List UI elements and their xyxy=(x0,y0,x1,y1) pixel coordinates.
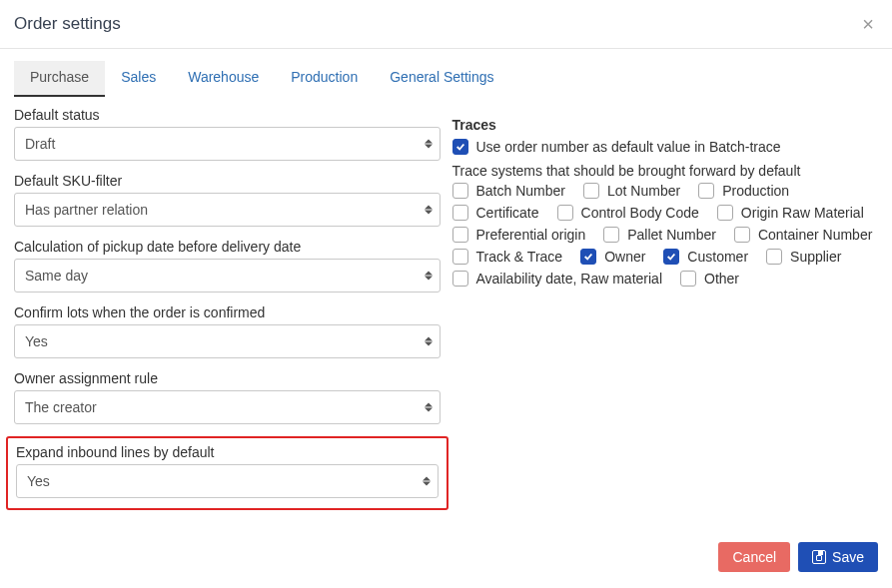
checkbox-label: Lot Number xyxy=(607,183,680,199)
tab-general-settings[interactable]: General Settings xyxy=(374,61,509,97)
checkbox-label: Control Body Code xyxy=(581,205,699,221)
checkbox-container-number[interactable]: Container Number xyxy=(734,227,872,243)
checkbox-label: Supplier xyxy=(790,249,841,265)
checkbox-supplier[interactable]: Supplier xyxy=(766,249,841,265)
field-default-status: Default statusDraft xyxy=(14,107,441,161)
field-label: Confirm lots when the order is confirmed xyxy=(14,304,441,320)
select-expand-inbound-lines-by-default[interactable]: Yes xyxy=(16,464,439,498)
checkbox-control-body-code[interactable]: Control Body Code xyxy=(557,205,699,221)
select-confirm-lots-when-the-order-is-confirmed[interactable]: Yes xyxy=(14,324,441,358)
save-button[interactable]: Save xyxy=(798,542,878,572)
order-settings-modal: Order settings × PurchaseSalesWarehouseP… xyxy=(0,0,892,588)
checkbox-other[interactable]: Other xyxy=(680,271,739,287)
checkbox-icon xyxy=(698,183,714,199)
checkbox-label: Origin Raw Material xyxy=(741,205,864,221)
checkbox-use-order-number-as-default-value-in-batch-trace[interactable]: Use order number as default value in Bat… xyxy=(452,139,879,155)
checkbox-icon xyxy=(583,183,599,199)
tab-warehouse[interactable]: Warehouse xyxy=(172,61,275,97)
checkbox-icon xyxy=(452,271,468,287)
select-value: Yes xyxy=(16,464,439,498)
checkbox-label: Customer xyxy=(687,249,748,265)
field-label: Calculation of pickup date before delive… xyxy=(14,239,441,255)
checkbox-icon xyxy=(452,205,468,221)
cancel-button[interactable]: Cancel xyxy=(718,542,790,572)
tabs-bar: PurchaseSalesWarehouseProductionGeneral … xyxy=(0,49,892,97)
select-value: Draft xyxy=(14,127,441,161)
select-owner-assignment-rule[interactable]: The creator xyxy=(14,390,441,424)
trace-systems: Batch NumberLot NumberProductionCertific… xyxy=(452,183,879,287)
modal-footer: Cancel Save xyxy=(0,530,892,588)
select-default-sku-filter[interactable]: Has partner relation xyxy=(14,193,441,227)
field-label: Owner assignment rule xyxy=(14,370,441,386)
checkbox-icon xyxy=(717,205,733,221)
checkbox-customer[interactable]: Customer xyxy=(663,249,748,265)
checkbox-preferential-origin[interactable]: Preferential origin xyxy=(452,227,586,243)
checkbox-production[interactable]: Production xyxy=(698,183,789,199)
right-column: Traces Use order number as default value… xyxy=(452,107,879,510)
checkbox-icon xyxy=(557,205,573,221)
field-owner-assignment-rule: Owner assignment ruleThe creator xyxy=(14,370,441,424)
checkbox-icon xyxy=(766,249,782,265)
checkbox-origin-raw-material[interactable]: Origin Raw Material xyxy=(717,205,864,221)
traces-heading: Traces xyxy=(452,117,879,133)
checkbox-availability-date-raw-material[interactable]: Availability date, Raw material xyxy=(452,271,663,287)
checkbox-lot-number[interactable]: Lot Number xyxy=(583,183,680,199)
checkbox-icon xyxy=(452,227,468,243)
field-confirm-lots-when-the-order-is-confirmed: Confirm lots when the order is confirmed… xyxy=(14,304,441,358)
checkbox-label: Container Number xyxy=(758,227,872,243)
field-default-sku-filter: Default SKU-filterHas partner relation xyxy=(14,173,441,227)
checkbox-pallet-number[interactable]: Pallet Number xyxy=(603,227,716,243)
checkbox-icon xyxy=(580,249,596,265)
save-icon xyxy=(812,550,826,564)
checkbox-label: Certificate xyxy=(476,205,539,221)
tab-sales[interactable]: Sales xyxy=(105,61,172,97)
checkbox-label: Track & Trace xyxy=(476,249,563,265)
save-label: Save xyxy=(832,549,864,565)
cancel-label: Cancel xyxy=(732,549,776,565)
checkbox-icon xyxy=(452,139,468,155)
modal-body: Default statusDraftDefault SKU-filterHas… xyxy=(0,97,892,530)
checkbox-track-trace[interactable]: Track & Trace xyxy=(452,249,563,265)
checkbox-certificate[interactable]: Certificate xyxy=(452,205,539,221)
checkbox-icon xyxy=(603,227,619,243)
checkbox-label: Use order number as default value in Bat… xyxy=(476,139,781,155)
modal-header: Order settings × xyxy=(0,0,892,49)
checkbox-owner[interactable]: Owner xyxy=(580,249,645,265)
checkbox-icon xyxy=(663,249,679,265)
modal-title: Order settings xyxy=(14,14,121,34)
select-calculation-of-pickup-date-before-delivery-date[interactable]: Same day xyxy=(14,259,441,293)
select-default-status[interactable]: Draft xyxy=(14,127,441,161)
checkbox-label: Owner xyxy=(604,249,645,265)
close-icon[interactable]: × xyxy=(856,14,880,34)
select-value: The creator xyxy=(14,390,441,424)
select-value: Same day xyxy=(14,259,441,293)
checkbox-label: Availability date, Raw material xyxy=(476,271,663,287)
field-expand-inbound-lines-by-default: Expand inbound lines by default Yes xyxy=(16,444,439,498)
checkbox-icon xyxy=(452,183,468,199)
field-calculation-of-pickup-date-before-delivery-date: Calculation of pickup date before delive… xyxy=(14,239,441,293)
checkbox-batch-number[interactable]: Batch Number xyxy=(452,183,565,199)
checkbox-label: Preferential origin xyxy=(476,227,586,243)
checkbox-icon xyxy=(680,271,696,287)
traces-sub-heading: Trace systems that should be brought for… xyxy=(452,163,879,179)
checkbox-label: Other xyxy=(704,271,739,287)
field-label: Default status xyxy=(14,107,441,123)
highlight-expand-inbound: Expand inbound lines by default Yes xyxy=(6,436,448,510)
field-label: Default SKU-filter xyxy=(14,173,441,189)
tab-purchase[interactable]: Purchase xyxy=(14,61,105,97)
select-value: Yes xyxy=(14,324,441,358)
checkbox-label: Pallet Number xyxy=(627,227,716,243)
tab-production[interactable]: Production xyxy=(275,61,374,97)
select-value: Has partner relation xyxy=(14,193,441,227)
checkbox-label: Production xyxy=(722,183,789,199)
left-column: Default statusDraftDefault SKU-filterHas… xyxy=(14,107,441,510)
checkbox-icon xyxy=(452,249,468,265)
checkbox-label: Batch Number xyxy=(476,183,565,199)
field-label: Expand inbound lines by default xyxy=(16,444,439,460)
checkbox-icon xyxy=(734,227,750,243)
